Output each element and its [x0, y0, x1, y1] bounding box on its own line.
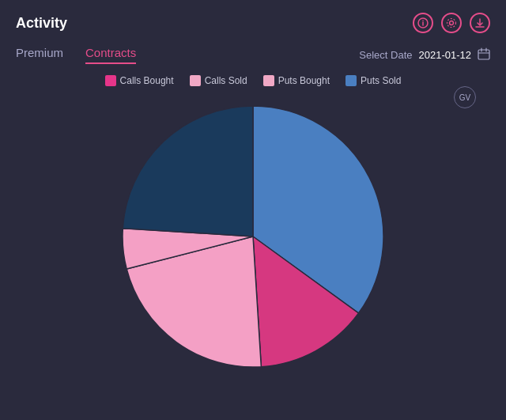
legend-label-puts-bought: Puts Bought [278, 75, 330, 86]
chart-area: GV [16, 94, 490, 379]
svg-point-4 [447, 19, 456, 28]
tabs: Premium Contracts [16, 46, 136, 64]
date-section: Select Date 2021-01-12 [359, 47, 490, 62]
date-value: 2021-01-12 [419, 49, 472, 61]
legend-calls-bought: Calls Bought [105, 75, 174, 86]
tab-contracts[interactable]: Contracts [85, 46, 136, 64]
page-title: Activity [16, 15, 67, 32]
legend-dot-puts-bought [263, 75, 274, 86]
gv-badge: GV [454, 86, 476, 108]
legend-dot-puts-sold [346, 75, 357, 86]
legend-calls-sold: Calls Sold [190, 75, 247, 86]
header: Activity [16, 13, 490, 33]
pie-chart [111, 94, 395, 379]
download-icon-button[interactable] [470, 13, 490, 33]
app-container: Activity [0, 0, 506, 420]
calendar-icon[interactable] [478, 47, 490, 62]
legend: Calls Bought Calls Sold Puts Bought Puts… [16, 75, 490, 86]
svg-point-3 [450, 21, 454, 25]
legend-dot-calls-bought [105, 75, 116, 86]
info-icon-button[interactable] [413, 13, 433, 33]
legend-label-calls-sold: Calls Sold [205, 75, 247, 86]
legend-label-calls-bought: Calls Bought [120, 75, 174, 86]
legend-puts-sold: Puts Sold [346, 75, 401, 86]
svg-rect-7 [478, 50, 489, 59]
tabs-row: Premium Contracts Select Date 2021-01-12 [16, 46, 490, 64]
legend-dot-calls-sold [190, 75, 201, 86]
header-icons [413, 13, 490, 33]
settings-icon-button[interactable] [441, 13, 462, 33]
date-label: Select Date [359, 49, 412, 61]
legend-puts-bought: Puts Bought [263, 75, 330, 86]
segment-puts-sold-dark [123, 106, 253, 236]
legend-label-puts-sold: Puts Sold [361, 75, 401, 86]
tab-premium[interactable]: Premium [16, 46, 63, 64]
svg-point-2 [422, 20, 424, 21]
